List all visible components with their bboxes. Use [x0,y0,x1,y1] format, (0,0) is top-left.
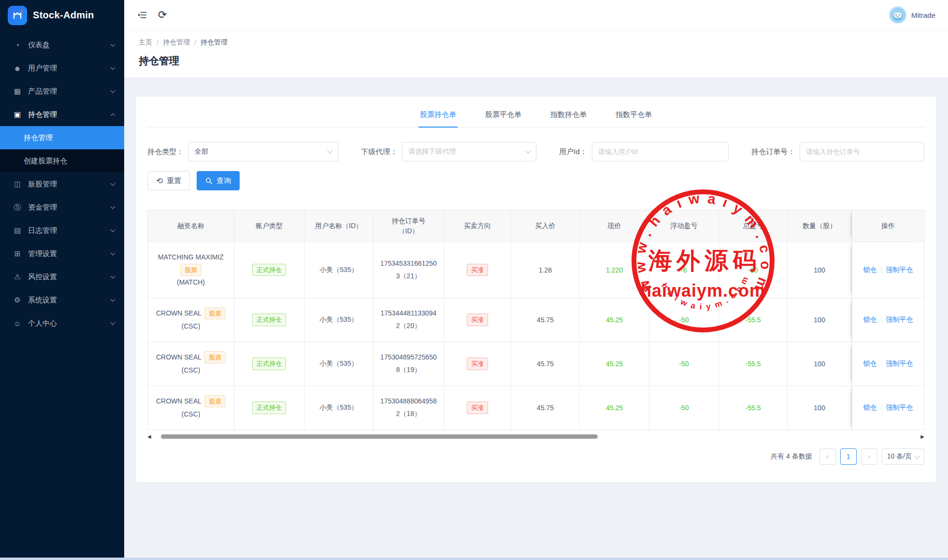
table-row: CROWN SEAL股票(CSC)正式持仓小美（535）175344481133… [148,298,924,342]
table-row: CROWN SEAL股票(CSC)正式持仓小美（535）175304888064… [148,386,924,430]
sidebar-item[interactable]: Ⓢ资金管理 [0,196,124,219]
lock-position-link[interactable]: 锁仓 [863,316,877,324]
table-body: MATCHING MAXIMIZ股票(MATCH)正式持仓小美（535）1753… [148,242,924,430]
column-label: 浮动盈亏 [671,221,698,231]
admin-settings-icon: ⊞ [13,249,22,258]
column-label: （ID） [399,226,419,236]
risk-icon: ⚠ [13,273,22,281]
sidebar-item[interactable]: ☻用户管理 [0,57,124,80]
order-no-input[interactable] [800,142,924,161]
horizontal-scrollbar: ◀ ▶ [147,433,924,440]
logs-icon: ▤ [13,226,22,235]
sidebar-subitem[interactable]: 持仓管理 [0,126,124,149]
order-no-label: 持仓订单号： [751,147,795,157]
account-type-badge: 正式持仓 [252,314,286,326]
force-close-link[interactable]: 强制平仓 [886,359,913,368]
sidebar-item-label: 产品管理 [28,87,111,96]
current-price-cell: 45.25 [580,298,649,342]
column-header: 融资名称 [148,210,234,242]
total-pl-cell: -55.5 [719,342,788,386]
direction-cell: 买涨 [444,386,511,430]
sidebar-item[interactable]: ☺个人中心 [0,312,124,335]
stock-type-badge: 股票 [180,264,201,276]
tab-股票平仓单[interactable]: 股票平仓单 [484,110,523,127]
user-name: Mitrade [911,11,935,19]
tab-股票持仓单[interactable]: 股票持仓单 [418,110,458,127]
sidebar-item[interactable]: ◫新股管理 [0,172,124,196]
sidebar-item[interactable]: ⊞管理设置 [0,242,124,265]
sub-agent-label: 下级代理： [361,147,397,157]
action-divider [881,316,882,323]
tab-指数持仓单[interactable]: 指数持仓单 [549,110,588,127]
stock-type-badge: 股票 [204,307,226,320]
scrollbar-thumb[interactable] [161,434,598,439]
floating-pl-cell: -50 [649,298,719,342]
chevron-down-icon [327,148,332,153]
prev-page-button[interactable]: ‹ [819,448,836,465]
sidebar-item-label: 个人中心 [28,319,111,328]
app-title: Stock-Admin [33,10,94,21]
menu-fold-icon[interactable] [137,10,147,20]
direction-badge: 买涨 [467,402,488,414]
column-label: 现价 [608,221,621,231]
position-type-select[interactable]: 全部 [188,142,338,161]
order-number-cell: 1753453316612503（21） [373,242,444,298]
table-header: 融资名称账户类型用户名称（ID）持仓订单号（ID）买卖方向买入价现价浮动盈亏总盈… [148,210,924,242]
current-price-cell: 1.220 [580,242,649,298]
sidebar-item-label: 系统设置 [28,296,111,305]
breadcrumb-link[interactable]: 主页 [139,38,152,47]
sidebar-subitem[interactable]: 创建股票持仓 [0,149,124,172]
chevron-down-icon [111,297,115,302]
order-number: 1753444811330942（20） [379,307,438,332]
total-count-text: 共有 4 条数据 [771,452,812,461]
force-close-link[interactable]: 强制平仓 [886,266,913,274]
force-close-link[interactable]: 强制平仓 [886,403,913,412]
quantity-cell: 100 [788,386,852,430]
positions-table: 融资名称账户类型用户名称（ID）持仓订单号（ID）买卖方向买入价现价浮动盈亏总盈… [147,210,924,430]
force-close-link[interactable]: 强制平仓 [886,316,913,324]
sub-agent-select[interactable]: 请选择下级代理 [402,142,536,161]
next-page-button[interactable]: › [861,448,877,465]
sidebar-item[interactable]: ▤日志管理 [0,219,124,242]
breadcrumb: 主页/持仓管理/持仓管理 [139,38,934,47]
lock-position-link[interactable]: 锁仓 [863,266,877,274]
sidebar-item[interactable]: ▦产品管理 [0,80,124,103]
user-menu[interactable]: Mitrade [889,6,935,24]
user-id-label: 用户Id： [559,147,587,157]
breadcrumb-link[interactable]: 持仓管理 [163,38,190,47]
stock-name-cell: CROWN SEAL股票(CSC) [148,386,234,430]
reset-icon: ⟲ [156,176,163,186]
chevron-down-icon [111,273,115,278]
refresh-icon[interactable]: ⟳ [158,10,167,20]
action-divider [881,360,882,367]
total-pl-cell: -55.5 [719,298,788,342]
current-price-cell: 45.25 [580,342,649,386]
scrollbar-track[interactable] [153,433,919,440]
search-icon [205,177,213,185]
app-logo-row: Stock-Admin [0,0,124,30]
page-size-select[interactable]: 10 条/页 [882,448,924,465]
account-type-cell: 正式持仓 [234,342,304,386]
sidebar-item[interactable]: ◔仪表盘 [0,33,124,57]
lock-position-link[interactable]: 锁仓 [863,403,877,412]
actions-cell: 锁仓强制平仓 [852,242,924,298]
user-id-input[interactable] [592,142,729,161]
total-pl-cell: -55.5 [719,386,788,430]
sidebar-item-label: 持仓管理 [28,110,111,119]
scroll-right-icon[interactable]: ▶ [920,434,924,439]
sidebar-item[interactable]: ⚠风控设置 [0,265,124,288]
sidebar: Stock-Admin ◔仪表盘☻用户管理▦产品管理▣持仓管理持仓管理创建股票持… [0,0,124,558]
breadcrumb-current: 持仓管理 [201,38,228,47]
lock-position-link[interactable]: 锁仓 [863,359,877,368]
sidebar-item[interactable]: ▣持仓管理 [0,103,124,126]
tab-指数平仓单[interactable]: 指数平仓单 [614,110,653,127]
sidebar-item[interactable]: ⚙系统设置 [0,288,124,312]
query-button[interactable]: 查询 [197,171,240,190]
stock-type-badge: 股票 [204,351,226,364]
user-name-cell: 小美（535） [304,242,373,298]
sidebar-item-label: 风控设置 [28,273,111,282]
users-icon: ☻ [13,64,22,72]
page-number-button[interactable]: 1 [840,448,857,465]
reset-button[interactable]: ⟲ 重置 [147,171,190,190]
scroll-left-icon[interactable]: ◀ [147,434,151,439]
